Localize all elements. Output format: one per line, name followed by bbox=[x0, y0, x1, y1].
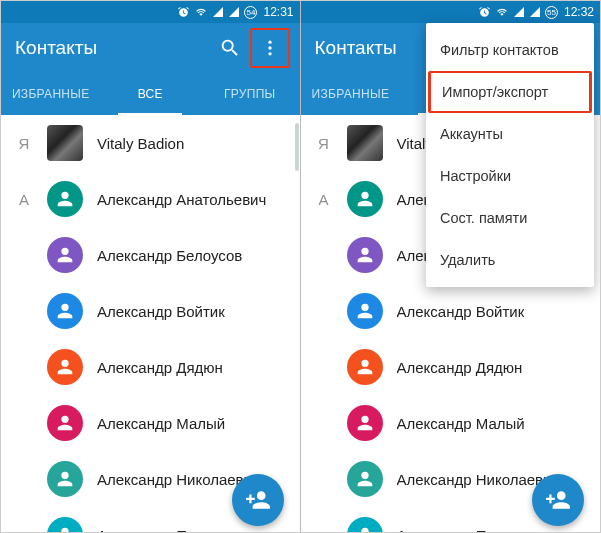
contact-name: Александр Малый bbox=[97, 415, 225, 432]
section-letter: А bbox=[1, 191, 47, 208]
more-vert-icon bbox=[260, 38, 280, 58]
svg-point-0 bbox=[268, 41, 271, 44]
person-icon bbox=[354, 244, 376, 266]
menu-item[interactable]: Сост. памяти bbox=[426, 197, 594, 239]
page-title: Контакты bbox=[15, 37, 210, 59]
contact-avatar bbox=[47, 293, 83, 329]
phone-left: 54 12:31 Контакты ИЗБРАННЫЕ ВСЕ ГРУППЫ Я… bbox=[1, 1, 301, 532]
svg-point-1 bbox=[268, 46, 271, 49]
contact-avatar bbox=[347, 125, 383, 161]
signal-icon bbox=[513, 6, 525, 18]
contact-list[interactable]: ЯVitaly BadionААлександр АнатольевичАлек… bbox=[1, 115, 300, 532]
contact-row[interactable]: Александр Войтик bbox=[1, 283, 300, 339]
scrollbar[interactable] bbox=[295, 123, 299, 171]
contact-row[interactable]: Александр Войтик bbox=[301, 283, 601, 339]
person-icon bbox=[54, 412, 76, 434]
menu-item[interactable]: Удалить bbox=[426, 239, 594, 281]
contact-name: Александр Николаевич bbox=[397, 471, 560, 488]
menu-item[interactable]: Настройки bbox=[426, 155, 594, 197]
contact-name: Александр Анатольевич bbox=[97, 191, 266, 208]
contact-name: Александр Павленко bbox=[397, 527, 543, 533]
contact-name: Александр Белоусов bbox=[97, 247, 242, 264]
contact-row[interactable]: ЯVitaly Badion bbox=[1, 115, 300, 171]
battery-badge: 54 bbox=[244, 6, 257, 19]
contact-avatar bbox=[47, 405, 83, 441]
add-contact-fab[interactable] bbox=[232, 474, 284, 526]
status-bar: 54 12:31 bbox=[1, 1, 300, 23]
contact-name: Александр Малый bbox=[397, 415, 525, 432]
contact-name: Александр Павленко bbox=[97, 527, 243, 533]
battery-badge: 55 bbox=[545, 6, 558, 19]
signal-icon bbox=[212, 6, 224, 18]
search-icon bbox=[219, 37, 241, 59]
contact-row[interactable]: ААлександр Анатольевич bbox=[1, 171, 300, 227]
contact-avatar bbox=[47, 125, 83, 161]
menu-item[interactable]: Аккаунты bbox=[426, 113, 594, 155]
contact-avatar bbox=[347, 461, 383, 497]
contact-row[interactable]: Александр Малый bbox=[301, 395, 601, 451]
more-options-button[interactable] bbox=[250, 28, 290, 68]
clock-text: 12:31 bbox=[263, 5, 293, 19]
person-icon bbox=[354, 468, 376, 490]
contact-avatar bbox=[47, 349, 83, 385]
menu-item[interactable]: Фильтр контактов bbox=[426, 29, 594, 71]
contact-avatar bbox=[47, 181, 83, 217]
person-icon bbox=[54, 244, 76, 266]
contact-avatar bbox=[47, 461, 83, 497]
contact-name: Александр Войтик bbox=[97, 303, 225, 320]
tab-favorites[interactable]: ИЗБРАННЫЕ bbox=[1, 73, 101, 115]
contact-row[interactable]: Александр Дядюн bbox=[1, 339, 300, 395]
add-contact-fab[interactable] bbox=[532, 474, 584, 526]
contact-avatar bbox=[347, 517, 383, 532]
person-icon bbox=[54, 300, 76, 322]
tab-favorites[interactable]: ИЗБРАННЫЕ bbox=[301, 73, 401, 115]
alarm-icon bbox=[478, 6, 491, 19]
contact-row[interactable]: Александр Белоусов bbox=[1, 227, 300, 283]
person-icon bbox=[354, 188, 376, 210]
contact-name: Александр Войтик bbox=[397, 303, 525, 320]
wifi-icon bbox=[194, 6, 208, 19]
tab-all[interactable]: ВСЕ bbox=[101, 73, 201, 115]
search-button[interactable] bbox=[210, 28, 250, 68]
status-bar: 55 12:32 bbox=[301, 1, 601, 23]
overflow-menu: Фильтр контактовИмпорт/экспортАккаунтыНа… bbox=[426, 23, 594, 287]
signal-icon-2 bbox=[529, 6, 541, 18]
contact-name: Александр Дядюн bbox=[397, 359, 523, 376]
section-letter: Я bbox=[301, 135, 347, 152]
contact-name: Александр Дядюн bbox=[97, 359, 223, 376]
menu-item[interactable]: Импорт/экспорт bbox=[428, 71, 592, 113]
person-icon bbox=[54, 356, 76, 378]
contact-avatar bbox=[347, 237, 383, 273]
wifi-icon bbox=[495, 6, 509, 19]
contact-avatar bbox=[47, 517, 83, 532]
phone-right: 55 12:32 Контакты ИЗБРАННЫЕ ВСЕ ГРУППЫ Я… bbox=[301, 1, 601, 532]
alarm-icon bbox=[177, 6, 190, 19]
tabs: ИЗБРАННЫЕ ВСЕ ГРУППЫ bbox=[1, 73, 300, 115]
contact-name: Vitaly Badion bbox=[97, 135, 184, 152]
contact-avatar bbox=[47, 237, 83, 273]
svg-point-2 bbox=[268, 52, 271, 55]
clock-text: 12:32 bbox=[564, 5, 594, 19]
person-icon bbox=[54, 524, 76, 532]
contact-row[interactable]: Александр Малый bbox=[1, 395, 300, 451]
contact-avatar bbox=[347, 349, 383, 385]
person-icon bbox=[354, 300, 376, 322]
section-letter: А bbox=[301, 191, 347, 208]
signal-icon-2 bbox=[228, 6, 240, 18]
contact-row[interactable]: Александр Дядюн bbox=[301, 339, 601, 395]
contact-avatar bbox=[347, 293, 383, 329]
person-icon bbox=[354, 412, 376, 434]
person-icon bbox=[354, 524, 376, 532]
action-bar: Контакты bbox=[1, 23, 300, 73]
person-icon bbox=[54, 188, 76, 210]
tab-groups[interactable]: ГРУППЫ bbox=[200, 73, 300, 115]
person-add-icon bbox=[245, 487, 271, 513]
section-letter: Я bbox=[1, 135, 47, 152]
person-add-icon bbox=[545, 487, 571, 513]
contact-avatar bbox=[347, 405, 383, 441]
person-icon bbox=[354, 356, 376, 378]
person-icon bbox=[54, 468, 76, 490]
contact-avatar bbox=[347, 181, 383, 217]
